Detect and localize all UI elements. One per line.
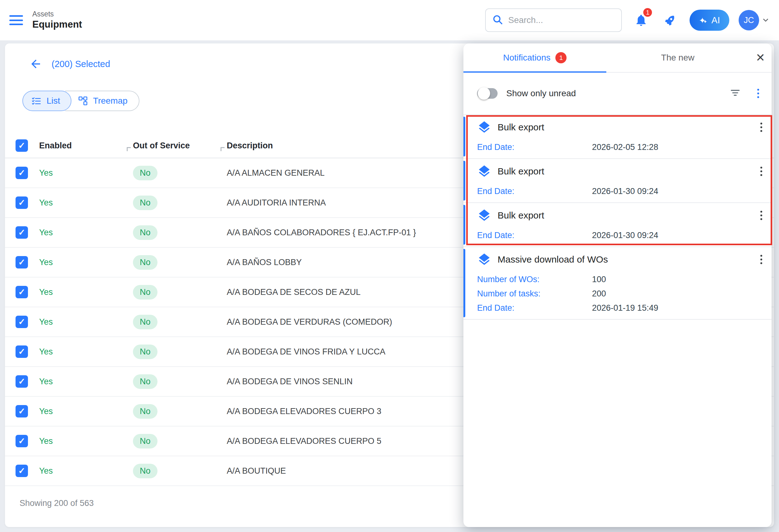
back-arrow-icon [29,57,42,70]
treemap-icon [78,95,88,106]
notification-item[interactable]: Bulk export End Date: 2026-01-30 09:24 [464,203,772,247]
enabled-value: Yes [39,168,133,178]
selected-count-label[interactable]: (200) Selected [52,59,110,69]
notification-title: Bulk export [497,210,544,221]
field-label: End Date: [477,230,592,240]
notification-menu-button[interactable] [759,164,764,179]
breadcrumb-section: Assets [32,10,82,19]
out-of-service-value: No [133,315,158,329]
out-of-service-value: No [133,434,158,449]
field-label: End Date: [477,142,592,152]
row-checkbox[interactable]: ✓ [15,256,28,268]
ai-button[interactable]: ✦✦ AI [690,10,729,31]
row-checkbox[interactable]: ✓ [15,435,28,447]
rocket-icon [661,11,680,30]
out-of-service-value: No [133,285,158,300]
field-value: 200 [592,289,606,298]
notification-menu-button[interactable] [759,208,764,223]
enabled-value: Yes [39,258,133,267]
panel-controls: Show only unread [464,73,772,115]
field-label: Number of WOs: [477,275,592,284]
row-checkbox[interactable]: ✓ [15,465,28,477]
search-icon [492,14,503,26]
layers-icon [477,252,491,267]
back-button[interactable] [29,57,42,70]
close-panel-button[interactable]: ✕ [749,44,772,72]
enabled-value: Yes [39,287,133,297]
column-header-out-of-service[interactable]: Out of Service [133,141,227,150]
user-menu[interactable]: JC [739,10,770,30]
enabled-value: Yes [39,407,133,416]
out-of-service-value: No [133,225,158,240]
field-label: End Date: [477,187,592,196]
view-treemap-button[interactable]: Treemap [65,91,139,111]
out-of-service-value: No [133,166,158,180]
filter-button[interactable] [729,87,741,100]
notification-menu-button[interactable] [759,252,764,267]
field-value: 100 [592,275,606,284]
out-of-service-value: No [133,404,158,419]
out-of-service-value: No [133,196,158,210]
out-of-service-value: No [133,374,158,389]
field-value: 2026-01-30 09:24 [592,230,658,240]
column-resize-handle[interactable] [221,147,225,151]
panel-more-options-button[interactable] [756,86,761,101]
row-checkbox[interactable]: ✓ [15,286,28,298]
search-box[interactable] [485,8,622,32]
notification-title: Bulk export [497,166,544,177]
top-header: Assets Equipment 1 ✦✦ AI JC [0,0,779,40]
row-checkbox[interactable]: ✓ [15,375,28,388]
avatar[interactable]: JC [739,10,759,30]
row-checkbox[interactable]: ✓ [15,345,28,358]
enabled-value: Yes [39,317,133,327]
enabled-value: Yes [39,228,133,238]
field-label: End Date: [477,303,592,313]
notification-item[interactable]: Bulk export End Date: 2026-02-05 12:28 [464,115,772,159]
rocket-button[interactable] [660,10,680,30]
search-input[interactable] [508,15,615,25]
field-value: 2026-01-30 09:24 [592,187,658,196]
row-checkbox[interactable]: ✓ [15,196,28,209]
active-tab-underline [464,71,606,73]
ai-button-label: AI [712,15,720,25]
column-header-enabled[interactable]: Enabled [39,141,133,150]
notification-item[interactable]: Massive download of WOs Number of WOs: 1… [464,247,772,320]
notification-title: Bulk export [497,122,544,133]
show-only-unread-toggle[interactable] [477,88,497,99]
row-checkbox[interactable]: ✓ [15,405,28,417]
hamburger-menu-icon[interactable] [9,15,23,25]
unread-indicator [464,205,465,245]
notifications-bell-button[interactable]: 1 [631,10,651,30]
notifications-list: Bulk export End Date: 2026-02-05 12:28 B… [464,115,772,320]
row-checkbox[interactable]: ✓ [15,316,28,328]
select-all-checkbox[interactable]: ✓ [15,139,28,152]
filter-icon [729,87,741,99]
row-checkbox[interactable]: ✓ [15,167,28,179]
close-icon: ✕ [756,51,765,64]
enabled-value: Yes [39,377,133,386]
field-label: Number of tasks: [477,289,592,298]
app-root: Assets Equipment 1 ✦✦ AI JC [0,0,779,532]
view-list-button[interactable]: List [22,91,71,111]
tab-the-new[interactable]: The new [606,44,749,72]
out-of-service-value: No [133,344,158,359]
panel-tabbar: Notifications 1 The new ✕ [464,44,772,73]
notification-item[interactable]: Bulk export End Date: 2026-01-30 09:24 [464,159,772,203]
enabled-value: Yes [39,437,133,446]
layers-icon [477,164,491,179]
list-icon [31,95,42,106]
sparkles-icon: ✦✦ [699,15,707,25]
show-only-unread-label: Show only unread [506,88,576,98]
view-list-label: List [47,96,60,106]
unread-indicator [464,249,465,317]
notifications-panel: Notifications 1 The new ✕ Show only unre… [464,44,772,527]
layers-icon [477,208,491,222]
notification-menu-button[interactable] [759,120,764,135]
row-checkbox[interactable]: ✓ [15,226,28,239]
unread-indicator [464,161,465,201]
enabled-value: Yes [39,347,133,357]
tab-notifications[interactable]: Notifications 1 [464,44,606,72]
column-resize-handle[interactable] [127,147,131,151]
field-value: 2026-02-05 12:28 [592,142,658,152]
enabled-value: Yes [39,466,133,476]
